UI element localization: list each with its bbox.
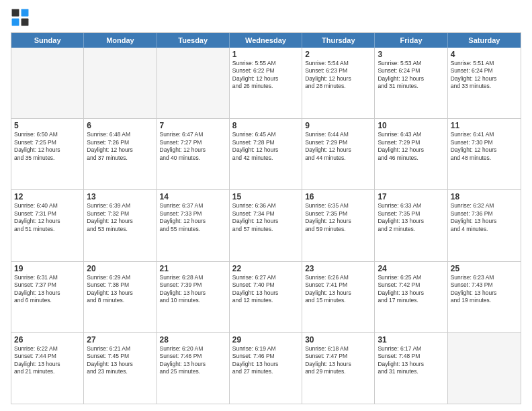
day-info: Sunrise: 6:27 AM Sunset: 7:40 PM Dayligh… [232, 274, 299, 305]
day-info: Sunrise: 6:21 AM Sunset: 7:45 PM Dayligh… [87, 345, 153, 376]
calendar-cell: 3Sunrise: 5:53 AM Sunset: 6:24 PM Daylig… [375, 48, 447, 118]
calendar-cell: 5Sunrise: 6:50 AM Sunset: 7:25 PM Daylig… [11, 119, 84, 189]
day-info: Sunrise: 6:37 AM Sunset: 7:33 PM Dayligh… [160, 202, 226, 233]
day-info: Sunrise: 6:26 AM Sunset: 7:41 PM Dayligh… [305, 274, 371, 305]
day-number: 4 [451, 50, 518, 59]
day-number: 17 [378, 192, 444, 201]
calendar-header: SundayMondayTuesdayWednesdayThursdayFrid… [11, 33, 521, 48]
day-number: 8 [232, 121, 299, 130]
day-number: 16 [305, 192, 371, 201]
calendar-cell: 14Sunrise: 6:37 AM Sunset: 7:33 PM Dayli… [157, 190, 230, 261]
calendar-cell: 28Sunrise: 6:20 AM Sunset: 7:46 PM Dayli… [157, 333, 230, 404]
day-info: Sunrise: 6:20 AM Sunset: 7:46 PM Dayligh… [160, 345, 226, 376]
day-info: Sunrise: 5:51 AM Sunset: 6:24 PM Dayligh… [451, 60, 518, 91]
day-number: 23 [305, 264, 371, 273]
day-number: 24 [378, 264, 444, 273]
day-number: 12 [14, 192, 81, 201]
calendar-cell: 21Sunrise: 6:28 AM Sunset: 7:39 PM Dayli… [157, 262, 230, 332]
day-info: Sunrise: 6:47 AM Sunset: 7:27 PM Dayligh… [160, 131, 226, 162]
calendar-cell: 19Sunrise: 6:31 AM Sunset: 7:37 PM Dayli… [11, 262, 84, 332]
day-number: 25 [451, 264, 518, 273]
calendar-cell: 13Sunrise: 6:39 AM Sunset: 7:32 PM Dayli… [84, 190, 157, 261]
day-info: Sunrise: 5:53 AM Sunset: 6:24 PM Dayligh… [378, 60, 444, 91]
svg-rect-4 [21, 19, 29, 26]
day-info: Sunrise: 5:55 AM Sunset: 6:22 PM Dayligh… [232, 60, 299, 91]
day-number: 29 [232, 335, 299, 345]
calendar: SundayMondayTuesdayWednesdayThursdayFrid… [11, 32, 521, 404]
calendar-cell: 15Sunrise: 6:36 AM Sunset: 7:34 PM Dayli… [230, 190, 302, 261]
day-number: 22 [232, 264, 299, 273]
calendar-header-cell: Monday [84, 33, 157, 48]
day-info: Sunrise: 6:18 AM Sunset: 7:47 PM Dayligh… [305, 345, 371, 376]
calendar-cell: 4Sunrise: 5:51 AM Sunset: 6:24 PM Daylig… [448, 48, 521, 118]
day-info: Sunrise: 6:35 AM Sunset: 7:35 PM Dayligh… [305, 202, 371, 233]
calendar-header-cell: Tuesday [157, 33, 230, 48]
day-number: 11 [451, 121, 518, 130]
day-number: 6 [87, 121, 153, 130]
page: SundayMondayTuesdayWednesdayThursdayFrid… [0, 0, 532, 411]
calendar-cell: 8Sunrise: 6:45 AM Sunset: 7:28 PM Daylig… [230, 119, 302, 189]
svg-rect-3 [12, 19, 19, 26]
day-info: Sunrise: 6:23 AM Sunset: 7:43 PM Dayligh… [451, 274, 518, 305]
day-number: 2 [305, 50, 371, 59]
calendar-cell [157, 48, 230, 118]
day-number: 19 [14, 264, 81, 273]
calendar-cell: 20Sunrise: 6:29 AM Sunset: 7:38 PM Dayli… [84, 262, 157, 332]
calendar-cell [11, 48, 84, 118]
day-info: Sunrise: 6:43 AM Sunset: 7:29 PM Dayligh… [378, 131, 444, 162]
day-number: 28 [160, 335, 226, 345]
day-info: Sunrise: 6:48 AM Sunset: 7:26 PM Dayligh… [87, 131, 153, 162]
day-info: Sunrise: 6:17 AM Sunset: 7:48 PM Dayligh… [378, 345, 444, 376]
day-info: Sunrise: 6:31 AM Sunset: 7:37 PM Dayligh… [14, 274, 81, 305]
calendar-cell: 7Sunrise: 6:47 AM Sunset: 7:27 PM Daylig… [157, 119, 230, 189]
day-info: Sunrise: 6:44 AM Sunset: 7:29 PM Dayligh… [305, 131, 371, 162]
header [11, 8, 521, 27]
day-number: 1 [232, 50, 299, 59]
calendar-body: 1Sunrise: 5:55 AM Sunset: 6:22 PM Daylig… [11, 48, 521, 404]
logo [11, 8, 31, 27]
day-number: 27 [87, 335, 153, 345]
calendar-cell: 2Sunrise: 5:54 AM Sunset: 6:23 PM Daylig… [302, 48, 375, 118]
calendar-cell: 11Sunrise: 6:41 AM Sunset: 7:30 PM Dayli… [448, 119, 521, 189]
calendar-cell: 29Sunrise: 6:19 AM Sunset: 7:46 PM Dayli… [230, 333, 302, 404]
calendar-cell: 9Sunrise: 6:44 AM Sunset: 7:29 PM Daylig… [302, 119, 375, 189]
day-info: Sunrise: 6:50 AM Sunset: 7:25 PM Dayligh… [14, 131, 81, 162]
calendar-header-cell: Sunday [11, 33, 84, 48]
day-info: Sunrise: 6:32 AM Sunset: 7:36 PM Dayligh… [451, 202, 518, 233]
day-info: Sunrise: 6:33 AM Sunset: 7:35 PM Dayligh… [378, 202, 444, 233]
calendar-cell: 24Sunrise: 6:25 AM Sunset: 7:42 PM Dayli… [375, 262, 447, 332]
day-number: 3 [378, 50, 444, 59]
day-number: 30 [305, 335, 371, 345]
calendar-row: 1Sunrise: 5:55 AM Sunset: 6:22 PM Daylig… [11, 48, 521, 119]
day-info: Sunrise: 6:28 AM Sunset: 7:39 PM Dayligh… [160, 274, 226, 305]
calendar-cell: 1Sunrise: 5:55 AM Sunset: 6:22 PM Daylig… [230, 48, 302, 118]
calendar-row: 19Sunrise: 6:31 AM Sunset: 7:37 PM Dayli… [11, 262, 521, 333]
calendar-cell: 31Sunrise: 6:17 AM Sunset: 7:48 PM Dayli… [375, 333, 447, 404]
calendar-header-cell: Saturday [448, 33, 521, 48]
calendar-cell: 26Sunrise: 6:22 AM Sunset: 7:44 PM Dayli… [11, 333, 84, 404]
svg-rect-1 [12, 9, 19, 17]
day-info: Sunrise: 6:36 AM Sunset: 7:34 PM Dayligh… [232, 202, 299, 233]
day-number: 21 [160, 264, 226, 273]
calendar-row: 5Sunrise: 6:50 AM Sunset: 7:25 PM Daylig… [11, 119, 521, 190]
calendar-cell: 22Sunrise: 6:27 AM Sunset: 7:40 PM Dayli… [230, 262, 302, 332]
svg-rect-2 [21, 9, 29, 17]
day-info: Sunrise: 6:40 AM Sunset: 7:31 PM Dayligh… [14, 202, 81, 233]
calendar-cell: 23Sunrise: 6:26 AM Sunset: 7:41 PM Dayli… [302, 262, 375, 332]
day-number: 14 [160, 192, 226, 201]
calendar-header-cell: Wednesday [230, 33, 302, 48]
calendar-cell [448, 333, 521, 404]
day-number: 7 [160, 121, 226, 130]
calendar-header-cell: Friday [375, 33, 447, 48]
calendar-header-cell: Thursday [302, 33, 375, 48]
day-info: Sunrise: 6:25 AM Sunset: 7:42 PM Dayligh… [378, 274, 444, 305]
calendar-cell: 30Sunrise: 6:18 AM Sunset: 7:47 PM Dayli… [302, 333, 375, 404]
calendar-cell: 18Sunrise: 6:32 AM Sunset: 7:36 PM Dayli… [448, 190, 521, 261]
calendar-cell [84, 48, 157, 118]
day-number: 9 [305, 121, 371, 130]
day-info: Sunrise: 6:41 AM Sunset: 7:30 PM Dayligh… [451, 131, 518, 162]
day-info: Sunrise: 6:19 AM Sunset: 7:46 PM Dayligh… [232, 345, 299, 376]
day-number: 31 [378, 335, 444, 345]
day-info: Sunrise: 6:39 AM Sunset: 7:32 PM Dayligh… [87, 202, 153, 233]
calendar-cell: 12Sunrise: 6:40 AM Sunset: 7:31 PM Dayli… [11, 190, 84, 261]
